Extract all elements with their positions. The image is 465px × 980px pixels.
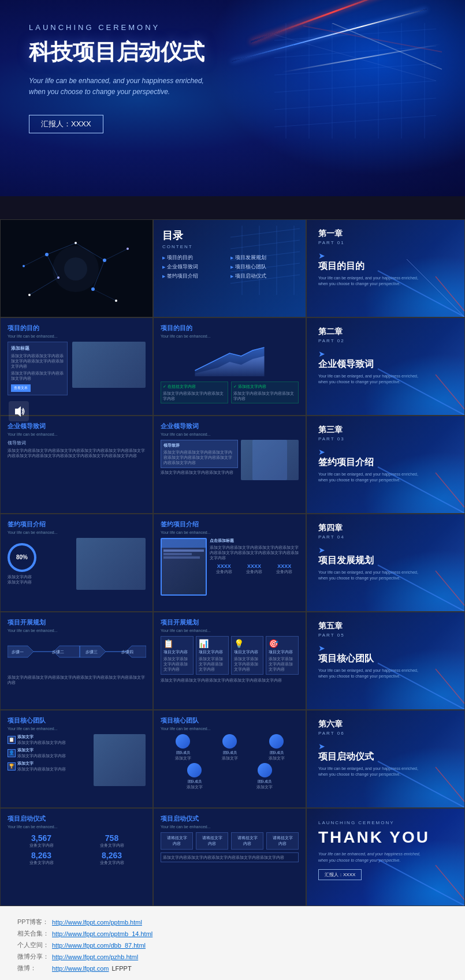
svg-line-54 xyxy=(436,473,464,507)
chapter-4-part: PART 04 xyxy=(318,534,453,540)
chapter-4-streak xyxy=(349,553,464,611)
svg-text:步骤二: 步骤二 xyxy=(52,650,64,654)
hero-description: Your life can be enhanced, and your happ… xyxy=(29,76,231,98)
thankyou-streak xyxy=(349,848,464,906)
plan-1-title: 项目开展规划 xyxy=(8,618,146,627)
svg-line-70 xyxy=(436,865,464,900)
svg-line-66 xyxy=(436,669,464,704)
plan-item-1: 📋 项目文字内容 添加文字添加文字内容添加文字内容 xyxy=(161,636,194,675)
svg-line-47 xyxy=(407,259,464,317)
svg-text:步骤四: 步骤四 xyxy=(121,650,133,654)
launch-card-3: 请将括文字内容 xyxy=(231,832,263,850)
slides-grid: 目录 CONTENT 项目的目的 项目发展规划 企业领导致词 项目核心团队 签约… xyxy=(0,219,465,906)
area-chart xyxy=(161,342,299,376)
launch-stat-2: 758 业务文字内容 xyxy=(78,833,146,848)
slide-chapter-1: 第一章 PART 01 ➤ 项目的目的 Your life can be enl… xyxy=(306,219,465,317)
leadership-1-title: 企业领导致词 xyxy=(8,422,146,431)
purpose-2-chart xyxy=(161,342,299,379)
slide-launch-2: 项目启动仪式 Your life can be enhanced... 请将括文… xyxy=(153,808,306,906)
svg-line-52 xyxy=(436,375,464,409)
slide-plan-1: 项目开展规划 Your life can be enhanced... 步骤一 … xyxy=(0,612,153,710)
team-1-image xyxy=(94,734,146,786)
team-1-list: 📋 添加文字 添加文字内容添加文字内容 👤 添加文字 添加文字内容添加文字内容 … xyxy=(8,734,91,786)
svg-line-67 xyxy=(378,761,464,807)
leadership-2-image xyxy=(241,440,299,480)
footer-weibo-share-url[interactable]: http://www.lfppt.com/pzhb.html xyxy=(52,953,138,960)
slide-launch-1: 项目启动仪式 Your life can be enhanced... 3,56… xyxy=(0,808,153,906)
chapter-3-part: PART 03 xyxy=(318,436,453,442)
svg-line-37 xyxy=(230,229,300,237)
chapter-6-num: 第六章 xyxy=(318,719,453,730)
team-1-subtitle: Your life can be enhanced... xyxy=(8,727,146,731)
slide-team-1: 项目核心团队 Your life can be enhanced... 📋 添加… xyxy=(0,710,153,808)
svg-line-46 xyxy=(378,271,464,317)
chapter-5-streak xyxy=(349,652,464,709)
slide-chapter-3: 第三章 PART 03 ➤ 签约项目介绍 Your life can be en… xyxy=(306,416,465,514)
contract-2-title: 签约项目介绍 xyxy=(161,520,299,529)
team-member-5: 团队成员 添加文字 xyxy=(231,763,299,790)
chapter-5-num: 第五章 xyxy=(318,621,453,631)
chapter-2-num: 第二章 xyxy=(318,327,453,337)
toc-decoration xyxy=(230,226,300,295)
slide-chapter-4: 第四章 PART 04 ➤ 项目发展规划 Your life can be en… xyxy=(306,514,465,612)
svg-line-48 xyxy=(436,276,464,311)
launch-stat-3: 8,263 业务文字内容 xyxy=(8,851,75,865)
slide-plan-2: 项目开展规划 Your life can be enhanced... 📋 项目… xyxy=(153,612,306,710)
slide-toc: 目录 CONTENT 项目的目的 项目发展规划 企业领导致词 项目核心团队 签约… xyxy=(153,219,306,317)
hero-presenter-tag: 汇报人：XXXX xyxy=(29,115,103,133)
svg-line-69 xyxy=(378,859,464,906)
footer-weibo-main-url[interactable]: http://www.lfppt.com xyxy=(52,965,109,972)
footer-link-row-3: 个人空间： http://www.lfppt.com/dbb_87.html xyxy=(17,941,448,949)
network-visualization xyxy=(1,220,153,317)
plan-1-zigzag: 步骤一 步骤二 步骤三 步骤四 xyxy=(8,637,146,672)
zigzag-diagram: 步骤一 步骤二 步骤三 步骤四 xyxy=(8,637,146,672)
svg-line-53 xyxy=(378,467,464,513)
footer-profile-label: 个人空间： xyxy=(17,941,52,949)
circle-progress-80: 80% xyxy=(8,543,36,572)
chapter-1-streak xyxy=(349,259,464,317)
slide-chapter-6: 第六章 PART 06 ➤ 项目启动仪式 Your life can be en… xyxy=(306,710,465,808)
purpose-check-1: ✓ 在括括文字内容 添加文字内容添加文字内容添加文字内容 xyxy=(161,381,228,403)
team-member-4: 团队成员 添加文字 xyxy=(161,763,229,790)
svg-text:步骤三: 步骤三 xyxy=(85,650,98,654)
slide-chapter-5: 第五章 PART 05 ➤ 项目核心团队 Your life can be en… xyxy=(306,612,465,710)
chapter-3-streak xyxy=(349,455,464,513)
purpose-2-subtitle: Your life can be enhanced... xyxy=(161,334,299,338)
svg-line-56 xyxy=(436,571,464,605)
svg-line-40 xyxy=(230,263,300,272)
purpose-learn-more-btn[interactable]: 查看文本 xyxy=(11,384,31,392)
footer-weibo-label: 微博： xyxy=(17,964,52,972)
slide-chapter-2: 第二章 PART 02 ➤ 企业领导致词 Your life can be en… xyxy=(306,317,465,416)
leadership-2-title: 企业领导致词 xyxy=(161,422,299,431)
chapter-2-part: PART 02 xyxy=(318,338,453,343)
footer-collection-url[interactable]: http://www.lfppt.com/pptmb_14.html xyxy=(52,930,152,937)
svg-line-41 xyxy=(230,275,300,283)
footer-profile-url[interactable]: http://www.lfppt.com/dbb_87.html xyxy=(52,942,146,949)
team-2-title: 项目核心团队 xyxy=(161,716,299,725)
footer-section: PPT博客： http://www.lfppt.com/pptmb.html 相… xyxy=(0,906,465,980)
purpose-check-2: ✓ 添加括文字内容 添加文字内容添加文字内容添加文字内容 xyxy=(231,381,299,403)
hero-section: LAUNCHING CEREMONY 科技项目启动仪式 Your life ca… xyxy=(0,0,465,196)
contract-stat-2: XXXX 业务内容 xyxy=(240,563,268,574)
footer-blog-url[interactable]: http://www.lfppt.com/pptmb.html xyxy=(52,919,142,926)
contract-phone-image xyxy=(161,538,207,596)
footer-blog-label: PPT博客： xyxy=(17,918,52,926)
footer-link-row-1: PPT博客： http://www.lfppt.com/pptmb.html xyxy=(17,918,448,926)
launch-stat-1: 3,567 业务文字内容 xyxy=(8,833,75,848)
plan-item-2: 📊 项目文字内容 添加文字添加文字内容添加文字内容 xyxy=(196,636,229,675)
slide-contract-1: 签约项目介绍 Your life can be enhanced... 80% … xyxy=(0,514,153,612)
contract-1-subtitle: Your life can be enhanced... xyxy=(8,530,146,534)
contract-2-subtitle: Your life can be enhanced... xyxy=(161,530,299,534)
slide-team-2: 项目核心团队 Your life can be enhanced... 团队成员… xyxy=(153,710,306,808)
audio-button[interactable] xyxy=(9,401,29,421)
launch-1-subtitle: Your life can be enhanced... xyxy=(8,825,146,829)
launch-2-title: 项目启动仪式 xyxy=(161,814,299,823)
footer-link-row-2: 相关合集： http://www.lfppt.com/pptmb_14.html xyxy=(17,929,448,938)
thankyou-subtitle: LAUNCHING CEREMONY xyxy=(318,820,453,825)
launch-bottom-card: 添加文字内容添加文字内容添加文字内容添加文字内容添加文字内容 xyxy=(161,852,299,862)
contract-1-title: 签约项目介绍 xyxy=(8,520,146,529)
svg-line-55 xyxy=(378,565,464,611)
footer-weibo-name: LFPPT xyxy=(111,965,131,972)
toc-item-3: 签约项目介绍 xyxy=(162,272,229,280)
plan-item-3: 💡 项目文字内容 添加文字添加文字内容添加文字内容 xyxy=(231,636,264,675)
